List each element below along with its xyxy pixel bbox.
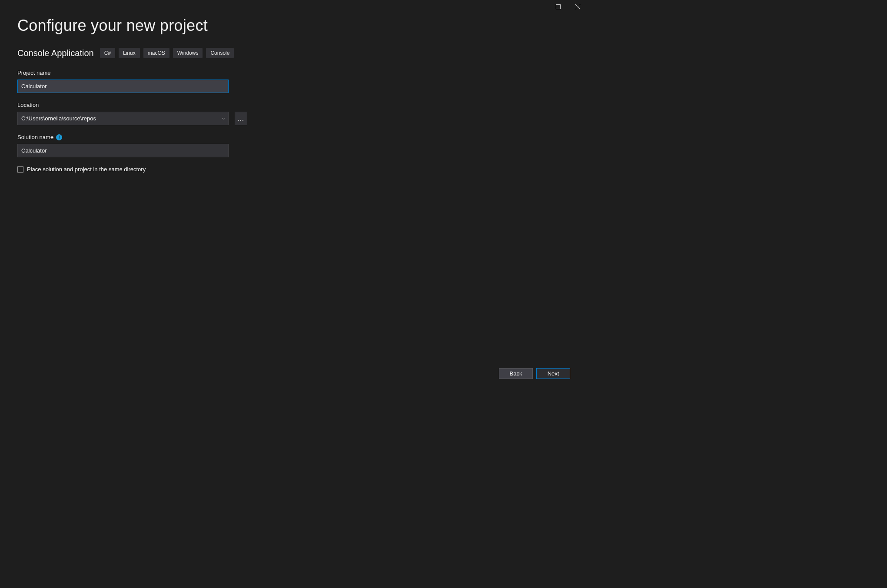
tag-macos: macOS <box>143 48 169 58</box>
location-select-wrap <box>17 112 229 125</box>
info-icon[interactable]: i <box>56 134 62 140</box>
tag-linux: Linux <box>119 48 140 58</box>
project-name-group: Project name <box>17 70 570 93</box>
subheader: Console Application C# Linux macOS Windo… <box>17 48 570 58</box>
template-name: Console Application <box>17 48 94 58</box>
solution-name-label-row: Solution name i <box>17 134 570 140</box>
tag-csharp: C# <box>100 48 115 58</box>
browse-button[interactable]: ... <box>235 112 247 125</box>
tag-row: C# Linux macOS Windows Console <box>100 48 234 58</box>
same-directory-label: Place solution and project in the same d… <box>27 166 146 173</box>
close-icon <box>575 4 580 9</box>
titlebar <box>548 0 588 13</box>
back-button[interactable]: Back <box>499 368 533 379</box>
main-content: Configure your new project Console Appli… <box>0 0 588 359</box>
location-row: ... <box>17 112 570 125</box>
next-button[interactable]: Next <box>536 368 570 379</box>
maximize-icon <box>556 4 561 9</box>
close-button[interactable] <box>568 0 588 13</box>
location-input[interactable] <box>17 112 229 125</box>
solution-name-group: Solution name i <box>17 134 570 157</box>
tag-windows: Windows <box>173 48 203 58</box>
tag-console: Console <box>206 48 234 58</box>
project-name-label: Project name <box>17 70 570 76</box>
maximize-button[interactable] <box>548 0 568 13</box>
svg-rect-0 <box>556 4 561 9</box>
same-directory-checkbox[interactable] <box>17 166 23 173</box>
project-name-input[interactable] <box>17 80 229 93</box>
solution-name-input[interactable] <box>17 144 229 157</box>
solution-name-label: Solution name <box>17 134 53 140</box>
page-title: Configure your new project <box>17 17 570 35</box>
same-directory-row: Place solution and project in the same d… <box>17 166 570 173</box>
footer: Back Next <box>499 368 570 379</box>
location-label: Location <box>17 102 570 108</box>
location-group: Location ... <box>17 102 570 125</box>
